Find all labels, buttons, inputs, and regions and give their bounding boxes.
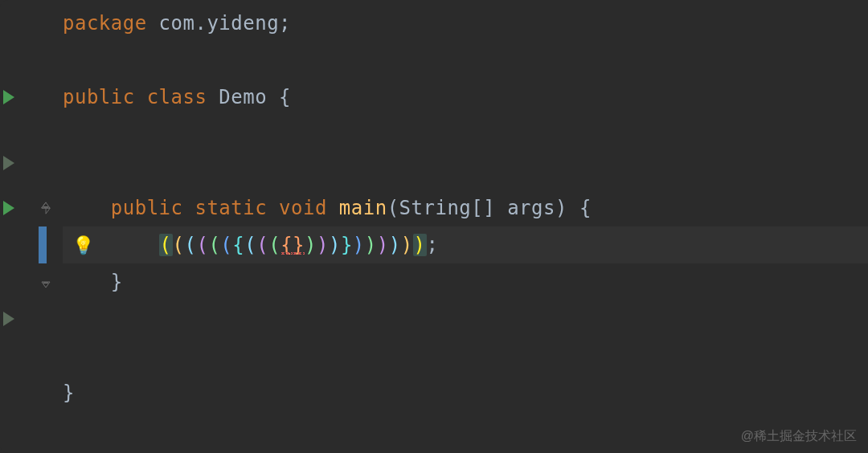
brace-open: { xyxy=(279,86,291,108)
semicolon: ; xyxy=(279,12,291,35)
gutter xyxy=(0,0,63,453)
code-line[interactable]: public class Demo { xyxy=(63,79,868,116)
paren-close: ) xyxy=(555,197,567,219)
intention-bulb-icon[interactable]: 💡 xyxy=(72,235,95,255)
svg-rect-1 xyxy=(43,283,48,284)
param-brackets: [] xyxy=(471,197,495,219)
code-line-blank[interactable] xyxy=(63,337,868,374)
keyword-public: public xyxy=(111,197,183,219)
fold-expand-icon[interactable] xyxy=(39,275,53,289)
caret-line-stripe xyxy=(39,226,47,263)
keyword-public: public xyxy=(63,86,135,108)
code-line[interactable]: package com.yideng; xyxy=(63,5,868,42)
run-gutter-icon[interactable] xyxy=(3,156,14,170)
paren-open: ( xyxy=(387,197,399,219)
brace-close: } xyxy=(63,382,75,404)
run-method-icon[interactable] xyxy=(3,201,14,215)
watermark-text: @稀土掘金技术社区 xyxy=(741,428,857,445)
class-name: Demo xyxy=(219,86,267,108)
code-line-brackets[interactable]: 💡 (((((({((({})))})))))); xyxy=(63,226,868,263)
run-gutter-icon-2[interactable] xyxy=(3,312,14,326)
param-name: args xyxy=(507,197,555,219)
code-editor[interactable]: package com.yideng; public class Demo { … xyxy=(0,0,868,453)
keyword-void: void xyxy=(279,197,327,219)
package-name: com.yideng xyxy=(159,12,280,35)
semicolon: ; xyxy=(427,234,439,256)
brace-close: } xyxy=(111,271,123,293)
code-line-blank[interactable] xyxy=(63,153,868,190)
fold-collapse-icon[interactable] xyxy=(39,201,53,215)
rainbow-brackets: (((((({((({})))})))))) xyxy=(159,234,427,256)
keyword-static: static xyxy=(194,197,267,219)
brace-open: { xyxy=(579,197,592,219)
code-line[interactable]: } xyxy=(63,263,868,300)
code-line-blank[interactable] xyxy=(63,300,868,337)
code-area[interactable]: package com.yideng; public class Demo { … xyxy=(63,0,868,453)
param-type: String xyxy=(399,197,472,219)
code-line[interactable]: } xyxy=(63,374,868,411)
run-class-icon[interactable] xyxy=(3,90,14,104)
code-line-blank[interactable] xyxy=(63,42,868,79)
svg-rect-0 xyxy=(43,206,48,208)
keyword-package: package xyxy=(63,12,147,35)
keyword-class: class xyxy=(147,86,207,108)
method-name: main xyxy=(339,197,387,219)
code-line[interactable]: public static void main(String[] args) { xyxy=(63,190,868,226)
code-line-blank[interactable] xyxy=(63,116,868,153)
